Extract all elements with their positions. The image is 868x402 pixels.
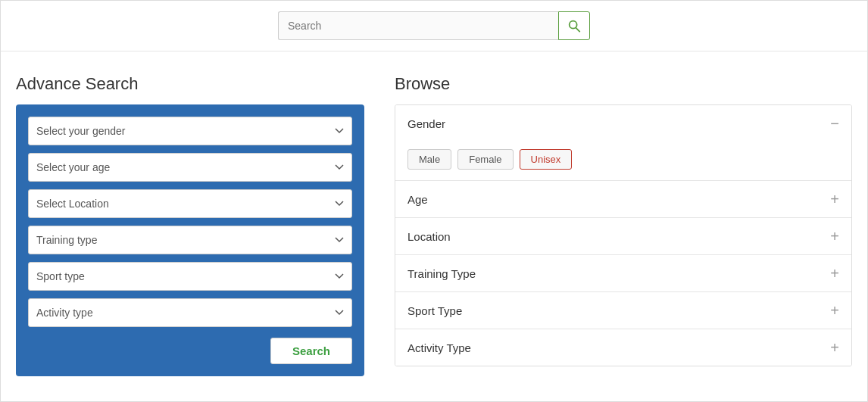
gender-tags: Male Female Unisex <box>407 149 839 170</box>
top-bar <box>1 1 867 51</box>
browse-location-toggle: + <box>830 229 839 244</box>
browse-section-location-header[interactable]: Location + <box>395 218 851 254</box>
advance-search-box: Select your gender Male Female Unisex Se… <box>16 104 364 376</box>
activity-type-select[interactable]: Activity type Indoor Outdoor <box>28 298 352 327</box>
svg-line-1 <box>576 28 579 32</box>
main-content: Advance Search Select your gender Male F… <box>1 51 867 391</box>
browse-section-training-type-header[interactable]: Training Type + <box>395 255 851 291</box>
search-icon <box>567 19 581 33</box>
browse-section-sport-type: Sport Type + <box>395 292 851 329</box>
left-panel: Advance Search Select your gender Male F… <box>16 74 364 376</box>
browse-training-type-label: Training Type <box>407 267 476 280</box>
browse-sport-type-label: Sport Type <box>407 304 462 317</box>
gender-tag-male[interactable]: Male <box>407 149 451 170</box>
browse-activity-type-label: Activity Type <box>407 341 471 354</box>
advance-search-title: Advance Search <box>16 74 364 94</box>
training-type-select[interactable]: Training type Cardio Strength Flexibilit… <box>28 226 352 254</box>
browse-gender-toggle: − <box>830 116 839 131</box>
right-panel: Browse Gender − Male Female Unisex <box>395 74 852 376</box>
location-select[interactable]: Select Location New York Los Angeles Chi… <box>28 189 352 218</box>
browse-section-age: Age + <box>395 181 851 218</box>
browse-training-type-toggle: + <box>830 266 839 281</box>
browse-location-label: Location <box>407 230 451 243</box>
search-btn-row: Search <box>28 338 352 364</box>
browse-sport-type-toggle: + <box>830 303 839 318</box>
gender-select[interactable]: Select your gender Male Female Unisex <box>28 117 352 145</box>
page-wrapper: Advance Search Select your gender Male F… <box>0 0 868 402</box>
browse-box: Gender − Male Female Unisex Age <box>395 104 852 366</box>
browse-section-age-header[interactable]: Age + <box>395 181 851 217</box>
browse-section-location: Location + <box>395 218 851 255</box>
top-search-button[interactable] <box>558 11 590 40</box>
browse-section-sport-type-header[interactable]: Sport Type + <box>395 292 851 329</box>
gender-tag-female[interactable]: Female <box>457 149 513 170</box>
browse-activity-type-toggle: + <box>830 340 839 355</box>
browse-section-activity-type-header[interactable]: Activity Type + <box>395 329 851 366</box>
browse-section-activity-type: Activity Type + <box>395 329 851 366</box>
top-search-wrapper <box>278 11 590 40</box>
top-search-input[interactable] <box>278 11 558 40</box>
browse-section-gender-header[interactable]: Gender − <box>395 105 851 142</box>
browse-gender-content: Male Female Unisex <box>395 142 851 180</box>
browse-age-label: Age <box>407 193 428 206</box>
browse-section-training-type: Training Type + <box>395 255 851 292</box>
browse-age-toggle: + <box>830 192 839 207</box>
sport-type-select[interactable]: Sport type Soccer Basketball Tennis <box>28 262 352 291</box>
browse-title: Browse <box>395 74 852 94</box>
browse-gender-label: Gender <box>407 117 445 130</box>
left-search-button[interactable]: Search <box>270 338 352 364</box>
gender-tag-unisex[interactable]: Unisex <box>520 149 573 170</box>
browse-section-gender: Gender − Male Female Unisex <box>395 105 851 181</box>
age-select[interactable]: Select your age 18-25 26-35 36-45 46+ <box>28 153 352 182</box>
